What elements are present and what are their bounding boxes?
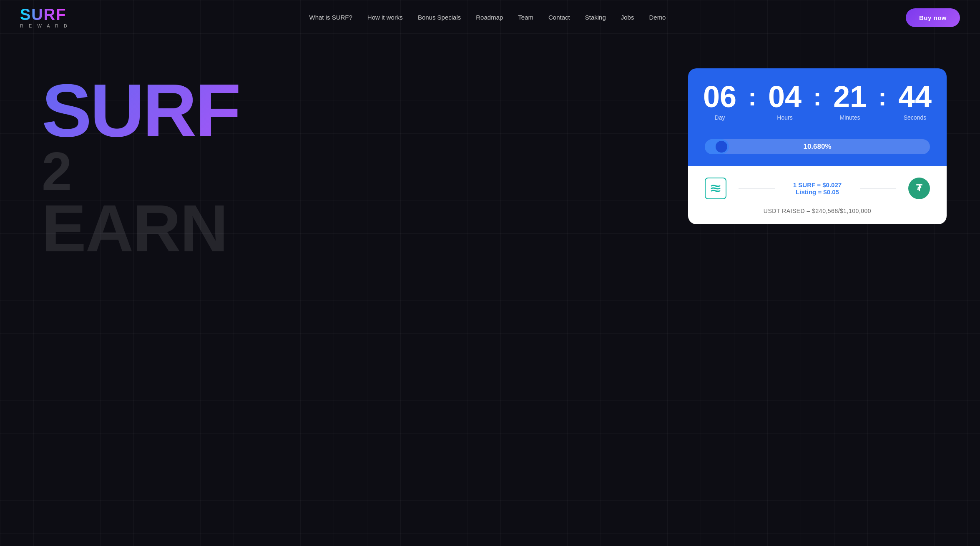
- progress-bar-outer: 10.680%: [705, 139, 930, 154]
- usdt-raised-text: USDT RAISED – $240,568/$1,100,000: [705, 208, 930, 214]
- nav-link-what-is-surf[interactable]: What is SURF?: [309, 14, 352, 21]
- countdown-card: 06 Day : 04 Hours : 21 Minutes : 44 Seco…: [688, 68, 947, 133]
- nav-link-bonus-specials[interactable]: Bonus Specials: [418, 14, 461, 21]
- progress-container: 10.680%: [688, 133, 947, 166]
- price-line-1: 1 SURF = $0.027: [787, 181, 847, 188]
- nav-link-roadmap[interactable]: Roadmap: [476, 14, 503, 21]
- hero-title-earn: EARN: [42, 198, 688, 258]
- countdown-days: 06 Day: [695, 82, 745, 121]
- countdown-hours: 04 Hours: [760, 82, 810, 121]
- nav-link-how-it-works[interactable]: How it works: [367, 14, 403, 21]
- logo-reward-text: R E W A R D: [20, 23, 69, 28]
- info-top: 1 SURF = $0.027 Listing = $0.05 ₮: [705, 178, 930, 199]
- nav-item-how-it-works[interactable]: How it works: [367, 14, 403, 21]
- countdown-days-label: Day: [715, 114, 725, 121]
- nav-link-team[interactable]: Team: [518, 14, 533, 21]
- countdown-seconds-value: 44: [898, 82, 932, 112]
- nav-links: What is SURF? How it works Bonus Special…: [309, 14, 666, 21]
- nav-item-staking[interactable]: Staking: [585, 14, 606, 21]
- separator-3: :: [878, 85, 887, 118]
- nav-item-contact[interactable]: Contact: [548, 14, 570, 21]
- countdown-minutes-value: 21: [833, 82, 867, 112]
- nav-link-contact[interactable]: Contact: [548, 14, 570, 21]
- hero-right: 06 Day : 04 Hours : 21 Minutes : 44 Seco…: [688, 68, 947, 224]
- progress-text: 10.680%: [705, 143, 930, 151]
- logo[interactable]: SURF R E W A R D: [20, 7, 69, 28]
- tether-symbol: ₮: [916, 183, 922, 194]
- countdown-minutes-label: Minutes: [839, 114, 860, 121]
- hero-title-2: 2: [42, 144, 688, 198]
- countdown-timer: 06 Day : 04 Hours : 21 Minutes : 44 Seco…: [705, 82, 930, 121]
- nav-item-team[interactable]: Team: [518, 14, 533, 21]
- info-card: 1 SURF = $0.027 Listing = $0.05 ₮ USDT R…: [688, 166, 947, 224]
- nav-item-demo[interactable]: Demo: [649, 14, 666, 21]
- separator-2: :: [813, 85, 822, 118]
- surf-token-icon: [705, 178, 726, 199]
- countdown-days-value: 06: [703, 82, 736, 112]
- countdown-seconds: 44 Seconds: [890, 82, 940, 121]
- nav-item-roadmap[interactable]: Roadmap: [476, 14, 503, 21]
- hero-left: SURF 2 EARN: [42, 52, 688, 258]
- hero-section: SURF 2 EARN 06 Day : 04 Hours : 21 Minut…: [0, 35, 980, 543]
- countdown-hours-label: Hours: [777, 114, 792, 121]
- navbar: SURF R E W A R D What is SURF? How it wo…: [0, 0, 980, 35]
- price-line-2: Listing = $0.05: [787, 188, 847, 195]
- separator-1: :: [748, 85, 756, 118]
- countdown-minutes: 21 Minutes: [825, 82, 875, 121]
- nav-item-bonus-specials[interactable]: Bonus Specials: [418, 14, 461, 21]
- nav-link-staking[interactable]: Staking: [585, 14, 606, 21]
- nav-link-jobs[interactable]: Jobs: [621, 14, 634, 21]
- hero-title-surf: SURF: [42, 77, 688, 144]
- countdown-seconds-label: Seconds: [904, 114, 926, 121]
- countdown-hours-value: 04: [768, 82, 802, 112]
- nav-link-demo[interactable]: Demo: [649, 14, 666, 21]
- tether-icon: ₮: [908, 178, 930, 199]
- buy-now-button[interactable]: Buy now: [906, 8, 960, 27]
- logo-surf-text: SURF: [20, 7, 66, 23]
- nav-item-jobs[interactable]: Jobs: [621, 14, 634, 21]
- nav-item-what-is-surf[interactable]: What is SURF?: [309, 14, 352, 21]
